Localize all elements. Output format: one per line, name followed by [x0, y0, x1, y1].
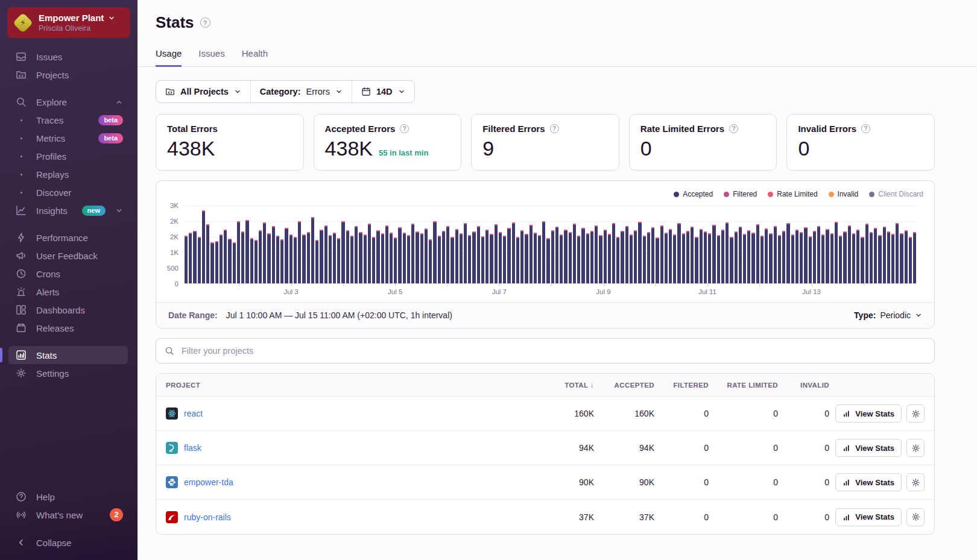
chart-bar[interactable]	[516, 237, 519, 283]
chart-bar[interactable]	[682, 233, 685, 283]
chart-bar[interactable]	[438, 236, 441, 283]
chart-bar[interactable]	[835, 222, 838, 283]
chart-bar[interactable]	[495, 224, 498, 283]
chart-bar[interactable]	[420, 233, 423, 283]
chart-bar[interactable]	[311, 217, 314, 283]
chart-bar[interactable]	[608, 234, 611, 283]
chart-bar[interactable]	[905, 230, 908, 283]
chart-bar[interactable]	[630, 234, 633, 283]
chart-bar[interactable]	[625, 226, 628, 283]
column-header-total[interactable]: TOTAL ↓	[522, 382, 594, 389]
project-link[interactable]: flask	[184, 443, 201, 453]
chart-bar[interactable]	[193, 231, 196, 283]
project-search-input[interactable]	[180, 345, 926, 356]
chart-bar[interactable]	[830, 233, 833, 283]
chart-bar[interactable]	[442, 231, 445, 283]
chart-bar[interactable]	[852, 233, 855, 283]
category-filter[interactable]: Category: Errors	[250, 81, 352, 102]
chart-bar[interactable]	[263, 222, 266, 283]
view-stats-button[interactable]: View Stats	[835, 473, 902, 491]
chart-bar[interactable]	[542, 221, 545, 283]
chart-bar[interactable]	[390, 233, 393, 283]
chart-bar[interactable]	[665, 233, 668, 283]
chart-bar[interactable]	[809, 236, 812, 283]
chart-bar[interactable]	[546, 238, 549, 283]
chart-bar[interactable]	[381, 233, 384, 283]
sidebar-item-projects[interactable]: Projects	[8, 66, 128, 84]
date-range-filter[interactable]: 14D	[352, 81, 414, 102]
chart-bar[interactable]	[241, 231, 244, 283]
sidebar-item-metrics[interactable]: Metricsbeta	[8, 129, 128, 147]
chart-bar[interactable]	[267, 233, 270, 283]
chart-bar[interactable]	[721, 230, 724, 283]
chart-bar[interactable]	[896, 223, 899, 283]
chart-bar[interactable]	[569, 232, 572, 283]
chart-bar[interactable]	[185, 236, 188, 283]
chart-bar[interactable]	[564, 230, 567, 283]
chart-bar[interactable]	[485, 230, 488, 283]
chart-bar[interactable]	[821, 234, 824, 283]
chart-bar[interactable]	[446, 226, 449, 283]
chart-bar[interactable]	[534, 233, 537, 283]
chart-bar[interactable]	[189, 233, 192, 283]
sidebar-item-collapse[interactable]: Collapse	[8, 533, 128, 552]
chart-bar[interactable]	[499, 232, 502, 283]
chart-bar[interactable]	[704, 231, 707, 283]
chart-bar[interactable]	[769, 233, 772, 283]
chart-bar[interactable]	[398, 227, 401, 283]
legend-item-rate-limited[interactable]: Rate Limited	[768, 190, 817, 198]
chart-bar[interactable]	[843, 231, 846, 283]
sidebar-item-settings[interactable]: Settings	[8, 364, 128, 382]
chart-bar[interactable]	[403, 233, 406, 283]
chart-bar[interactable]	[210, 242, 213, 283]
sidebar-item-explore[interactable]: Explore	[8, 93, 128, 111]
help-icon[interactable]: ?	[729, 124, 738, 133]
view-stats-button[interactable]: View Stats	[835, 404, 902, 423]
chart-bar[interactable]	[224, 230, 227, 283]
chart-bar[interactable]	[651, 227, 654, 283]
chart-bar[interactable]	[800, 232, 803, 283]
chart-bar[interactable]	[220, 234, 223, 283]
chart-bar[interactable]	[425, 228, 428, 283]
chart-bar[interactable]	[376, 230, 379, 283]
chart-bar[interactable]	[551, 230, 554, 283]
chart-bar[interactable]	[756, 224, 759, 283]
chart-bar[interactable]	[464, 223, 467, 283]
chart-bar[interactable]	[507, 228, 510, 283]
chart-bar[interactable]	[686, 231, 689, 283]
chart-bar[interactable]	[324, 225, 327, 283]
tab-usage[interactable]: Usage	[156, 48, 182, 67]
chart-bar[interactable]	[786, 223, 789, 283]
chart-bar[interactable]	[795, 230, 798, 283]
legend-item-invalid[interactable]: Invalid	[829, 190, 859, 198]
org-switcher[interactable]: ⚡ Empower Plant Priscila Oliveira	[7, 7, 130, 38]
chart-bar[interactable]	[660, 225, 663, 283]
chart-bar[interactable]	[530, 225, 533, 283]
legend-item-filtered[interactable]: Filtered	[724, 190, 757, 198]
chart-bar[interactable]	[416, 231, 419, 283]
column-header-accepted[interactable]: ACCEPTED	[594, 382, 654, 389]
project-settings-button[interactable]	[906, 404, 925, 423]
chart-bar[interactable]	[512, 222, 515, 283]
tab-issues[interactable]: Issues	[198, 48, 224, 67]
chart-bar[interactable]	[717, 235, 720, 283]
chart-bar[interactable]	[638, 222, 641, 283]
chart-bar[interactable]	[774, 226, 777, 283]
chart-bar[interactable]	[590, 231, 593, 283]
chart-bar[interactable]	[887, 231, 890, 283]
chart-bar[interactable]	[198, 237, 201, 283]
chart-bar[interactable]	[364, 234, 367, 283]
chart-bar[interactable]	[233, 242, 236, 283]
chart-bar[interactable]	[595, 225, 598, 283]
sidebar-item-releases[interactable]: Releases	[8, 319, 128, 337]
page-help-icon[interactable]: ?	[200, 17, 210, 28]
sidebar-item-stats[interactable]: Stats	[8, 346, 128, 364]
chart-bar[interactable]	[433, 221, 436, 283]
chart-bar[interactable]	[329, 235, 332, 283]
project-settings-button[interactable]	[906, 439, 925, 457]
sidebar-item-what-s-new[interactable]: What's new2	[8, 506, 128, 524]
chart-bar[interactable]	[255, 240, 258, 283]
sidebar-item-replays[interactable]: Replays	[8, 165, 128, 183]
legend-item-client-discard[interactable]: Client Discard	[869, 190, 923, 198]
sidebar-item-issues[interactable]: Issues	[8, 48, 128, 66]
